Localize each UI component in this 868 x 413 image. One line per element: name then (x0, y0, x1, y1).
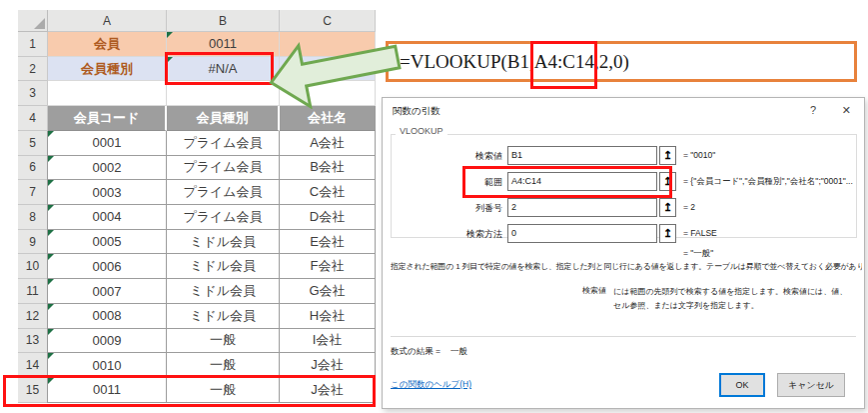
row-header-12[interactable]: 12 (18, 304, 48, 329)
screenshot-root: ABC1会員00112会員種別#N/A34会員コード会員種別会社名50001プラ… (0, 0, 868, 413)
cell-A9[interactable]: 0005 (47, 230, 167, 255)
cell-C13[interactable]: I会社 (280, 329, 376, 354)
row-header-13[interactable]: 13 (18, 329, 48, 354)
cell-text: I会社 (313, 331, 343, 349)
row-header-3[interactable]: 3 (18, 81, 48, 106)
row-header-1[interactable]: 1 (18, 32, 48, 57)
ok-button[interactable]: OK (719, 373, 765, 397)
error-indicator-icon (48, 279, 54, 285)
cancel-button[interactable]: キャンセル (777, 373, 845, 397)
function-description: 指定された範囲の 1 列目で特定の値を検索し、指定した列と同じ行にある値を返しま… (391, 261, 862, 272)
cell-text: プライム会員 (183, 158, 262, 176)
cell-B6[interactable]: プライム会員 (167, 156, 280, 181)
error-indicator-icon (48, 254, 54, 260)
formula-range: A4:C14 (534, 51, 594, 73)
cell-B10[interactable]: ミドル会員 (167, 254, 280, 279)
formula-result-line: 数式の結果 =一般 (391, 346, 467, 358)
cell-text: 0008 (93, 308, 122, 323)
cell-B9[interactable]: ミドル会員 (167, 230, 280, 255)
highlight-box-b2 (165, 52, 274, 85)
cell-C8[interactable]: D会社 (280, 205, 376, 230)
col-index-input[interactable]: 2 (507, 198, 657, 217)
error-indicator-icon (48, 230, 54, 236)
cell-C12[interactable]: H会社 (280, 304, 376, 329)
cell-B8[interactable]: プライム会員 (167, 205, 280, 230)
argument-help-label: 検索値 (582, 285, 606, 312)
cell-C6[interactable]: B会社 (280, 156, 376, 181)
col-index-result: = 2 (683, 202, 863, 212)
row-header-4[interactable]: 4 (18, 106, 48, 131)
cell-C10[interactable]: F会社 (280, 254, 376, 279)
error-indicator-icon (48, 304, 54, 310)
row-header-10[interactable]: 10 (18, 254, 48, 279)
row-header-7[interactable]: 7 (18, 180, 48, 205)
cell-text: 会社名 (308, 109, 347, 127)
error-indicator-icon (48, 180, 54, 186)
row-header-6[interactable]: 6 (18, 156, 48, 181)
separator (391, 336, 856, 337)
row-header-5[interactable]: 5 (18, 131, 48, 156)
cell-B13[interactable]: 一般 (167, 329, 280, 354)
select-all-corner[interactable] (18, 10, 48, 32)
cell-A11[interactable]: 0007 (47, 279, 167, 304)
function-help-link[interactable]: この関数のヘルプ(H) (391, 379, 471, 391)
cell-text: ミドル会員 (190, 282, 256, 300)
range-lookup-label: 検索方法 (383, 228, 502, 241)
cell-B5[interactable]: プライム会員 (167, 131, 280, 156)
interim-result: = "一般" (683, 248, 713, 260)
collapse-dialog-icon[interactable]: ↥ (659, 198, 676, 217)
function-arguments-dialog: 関数の引数 ? ✕ VLOOKUP 検索値 B1 ↥ = "0010" 範囲 A… (382, 97, 865, 409)
cell-C5[interactable]: A会社 (280, 131, 376, 156)
cell-A4[interactable]: 会員コード (48, 106, 167, 131)
collapse-dialog-icon[interactable]: ↥ (659, 224, 676, 243)
cell-text: 0006 (93, 259, 122, 274)
row-header-9[interactable]: 9 (18, 230, 48, 255)
row-header-11[interactable]: 11 (18, 279, 48, 304)
corner-triangle-icon (34, 18, 45, 29)
cell-B11[interactable]: ミドル会員 (167, 279, 280, 304)
column-header-B[interactable]: B (167, 10, 280, 32)
cell-text: ミドル会員 (190, 233, 256, 251)
formula-suffix: ,2,0) (594, 51, 629, 73)
cell-B7[interactable]: プライム会員 (167, 180, 280, 205)
cell-text: 会員種別 (81, 60, 133, 78)
column-header-A[interactable]: A (48, 10, 167, 32)
cell-text: B会社 (310, 158, 345, 176)
cell-C7[interactable]: C会社 (280, 180, 376, 205)
error-indicator-icon (48, 329, 54, 335)
cell-A7[interactable]: 0003 (47, 180, 167, 205)
collapse-dialog-icon[interactable]: ↥ (659, 146, 676, 165)
cell-text: 0007 (93, 284, 122, 299)
cell-A5[interactable]: 0001 (47, 131, 167, 156)
cell-C4[interactable]: 会社名 (280, 106, 376, 131)
lookup-value-input[interactable]: B1 (507, 146, 657, 165)
cell-A8[interactable]: 0004 (47, 205, 167, 230)
cell-C11[interactable]: G会社 (280, 279, 376, 304)
cell-text: D会社 (310, 208, 345, 226)
range-lookup-input[interactable]: 0 (507, 224, 657, 243)
cell-A13[interactable]: 0009 (47, 329, 167, 354)
highlight-box-table-array (462, 166, 672, 198)
cell-text: J会社 (311, 356, 344, 374)
cell-text: E会社 (310, 233, 345, 251)
cell-A6[interactable]: 0002 (47, 156, 167, 181)
cell-C9[interactable]: E会社 (280, 230, 376, 255)
row-header-8[interactable]: 8 (18, 205, 48, 230)
cell-A1[interactable]: 会員 (48, 32, 167, 57)
cell-B3[interactable] (167, 81, 280, 106)
cell-text: G会社 (309, 282, 345, 300)
range-lookup-result: = FALSE (683, 228, 863, 238)
dialog-help-icon[interactable]: ? (810, 104, 816, 116)
cell-A3[interactable] (48, 81, 167, 106)
cell-A12[interactable]: 0008 (47, 304, 167, 329)
row-header-2[interactable]: 2 (18, 57, 48, 82)
cell-B12[interactable]: ミドル会員 (167, 304, 280, 329)
cell-text: ミドル会員 (190, 257, 256, 275)
cell-text: 0002 (93, 160, 122, 175)
cell-text: 0001 (93, 135, 122, 150)
dialog-close-icon[interactable]: ✕ (842, 104, 851, 117)
cell-A2[interactable]: 会員種別 (48, 57, 167, 82)
cell-B4[interactable]: 会員種別 (167, 106, 280, 131)
cell-A10[interactable]: 0006 (47, 254, 167, 279)
field-row-lookup-value: 検索値 B1 ↥ = "0010" (383, 146, 866, 165)
